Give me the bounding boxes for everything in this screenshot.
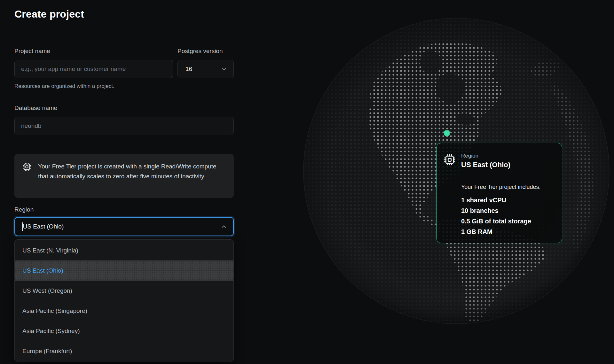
postgres-version-label: Postgres version (177, 48, 234, 55)
chevron-down-icon (221, 66, 228, 73)
region-option-europe-frankfurt[interactable]: Europe (Frankfurt) (15, 341, 233, 361)
cpu-chip-icon (22, 162, 32, 172)
postgres-version-field: Postgres version 16 (177, 48, 234, 89)
tooltip-region-value: US East (Ohio) (461, 160, 510, 169)
text-cursor (22, 222, 23, 231)
region-option-us-east-ohio[interactable]: US East (Ohio) (15, 260, 233, 281)
project-name-input[interactable] (14, 60, 173, 78)
region-field: Region US East (Ohio) US East (N. Virgin… (14, 206, 234, 362)
database-name-input[interactable] (14, 117, 234, 135)
tooltip-feature: 1 shared vCPU (461, 195, 554, 205)
tooltip-feature: 10 branches (461, 205, 554, 216)
postgres-version-value: 16 (185, 66, 192, 73)
page-title: Create project (14, 7, 234, 21)
cpu-chip-icon (443, 153, 456, 166)
tooltip-region-label: Region (461, 153, 510, 159)
region-option-us-east-n-virginia[interactable]: US East (N. Virginia) (15, 240, 233, 260)
project-name-label: Project name (14, 48, 173, 55)
tooltip-header: Region US East (Ohio) (443, 153, 554, 169)
chevron-up-icon (220, 223, 227, 230)
project-name-field: Project name Resources are organized wit… (14, 48, 173, 89)
create-project-form: Create project Project name Resources ar… (14, 0, 234, 362)
database-name-field: Database name (14, 105, 234, 135)
tooltip-feature: 0.5 GiB of total storage (461, 216, 554, 227)
region-listbox: US East (N. Virginia) US East (Ohio) US … (14, 239, 234, 362)
region-combobox[interactable]: US East (Ohio) (14, 217, 234, 236)
region-marker-dot (444, 130, 450, 136)
region-option-asia-pacific-sydney[interactable]: Asia Pacific (Sydney) (15, 321, 233, 341)
tooltip-feature: 1 GB RAM (461, 227, 554, 237)
database-name-label: Database name (14, 105, 234, 112)
free-tier-notice-text: Your Free Tier project is created with a… (38, 161, 225, 181)
region-combobox-value: US East (Ohio) (23, 223, 64, 230)
region-tooltip: Region US East (Ohio) Your Free Tier pro… (437, 143, 562, 243)
postgres-version-select[interactable]: 16 (177, 60, 234, 78)
free-tier-notice: Your Free Tier project is created with a… (14, 154, 234, 198)
tooltip-feature-list: 1 shared vCPU 10 branches 0.5 GiB of tot… (461, 195, 554, 237)
project-name-helper: Resources are organized within a project… (14, 83, 173, 89)
create-project-page: Region US East (Ohio) Your Free Tier pro… (0, 0, 614, 364)
region-option-us-west-oregon[interactable]: US West (Oregon) (15, 281, 233, 301)
tooltip-includes-heading: Your Free Tier project includes: (461, 183, 554, 190)
region-option-asia-pacific-singapore[interactable]: Asia Pacific (Singapore) (15, 301, 233, 321)
region-label: Region (14, 206, 234, 213)
